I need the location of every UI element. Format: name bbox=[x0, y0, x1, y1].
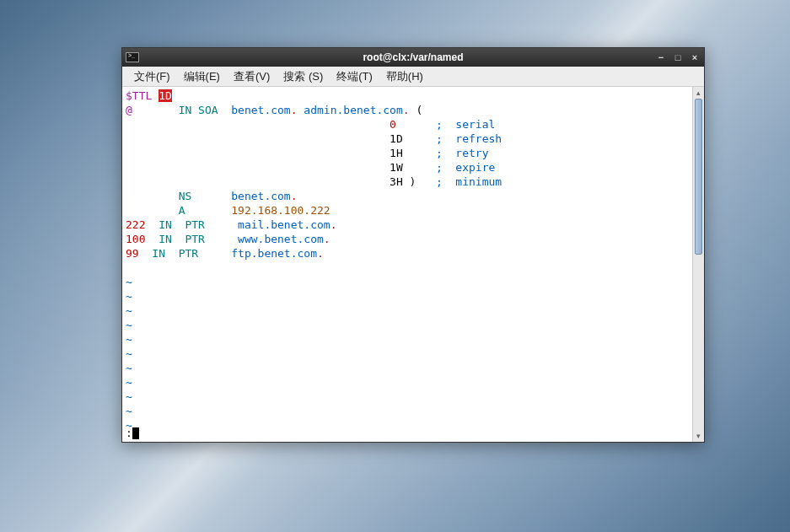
expire-value: 1W bbox=[390, 161, 403, 174]
ptr2-value: www.benet.com bbox=[238, 233, 324, 245]
ptr-num: 100 bbox=[126, 233, 145, 245]
menu-help[interactable]: 帮助(H) bbox=[379, 67, 430, 86]
close-paren: ) bbox=[403, 175, 436, 188]
dot: . bbox=[331, 218, 337, 231]
dot: . bbox=[403, 104, 410, 116]
dot: . bbox=[324, 233, 331, 245]
ptr-num: 222 bbox=[126, 218, 145, 231]
origin-at: @ bbox=[126, 104, 132, 116]
command-prompt: : bbox=[126, 427, 132, 439]
empty-line: ~ bbox=[126, 362, 132, 374]
type-a: A bbox=[179, 204, 185, 217]
soa-master: benet.com bbox=[231, 104, 290, 116]
soa-admin: admin.benet.com bbox=[304, 104, 402, 116]
empty-line: ~ bbox=[126, 319, 132, 331]
maximize-button[interactable]: □ bbox=[672, 51, 684, 63]
terminal-window: root@clx:/var/named − □ × 文件(F) 编辑(E) 查看… bbox=[121, 47, 705, 443]
menu-view[interactable]: 查看(V) bbox=[227, 67, 277, 86]
open-paren: ( bbox=[410, 104, 423, 116]
dot: . bbox=[291, 190, 298, 202]
close-button[interactable]: × bbox=[689, 51, 701, 63]
status-line: : bbox=[126, 426, 139, 440]
menu-terminal[interactable]: 终端(T) bbox=[330, 67, 379, 86]
ptr3-value: ftp.benet.com bbox=[231, 247, 317, 260]
a-value: 192.168.100.222 bbox=[231, 204, 330, 217]
type-soa: SOA bbox=[198, 104, 218, 116]
scrollbar-thumb[interactable] bbox=[695, 99, 702, 255]
empty-line: ~ bbox=[126, 347, 132, 360]
scrollbar[interactable]: ▴ ▾ bbox=[692, 87, 704, 442]
scroll-up-icon[interactable]: ▴ bbox=[693, 87, 704, 99]
ptr-num: 99 bbox=[126, 247, 145, 260]
refresh-comment: ; refresh bbox=[436, 132, 502, 145]
empty-line: ~ bbox=[126, 405, 132, 417]
refresh-value: 1D bbox=[390, 132, 403, 145]
menu-file[interactable]: 文件(F) bbox=[127, 67, 177, 86]
ttl-value: 1D bbox=[159, 89, 172, 102]
ns-value: benet.com bbox=[231, 190, 290, 202]
menu-search[interactable]: 搜索 (S) bbox=[277, 67, 330, 86]
type-ptr: PTR bbox=[185, 218, 204, 231]
minimum-value: 3H bbox=[390, 175, 403, 188]
dot: . bbox=[317, 247, 324, 260]
window-controls: − □ × bbox=[655, 51, 701, 63]
menu-edit[interactable]: 编辑(E) bbox=[177, 67, 227, 86]
class-in: IN bbox=[159, 233, 172, 245]
empty-line: ~ bbox=[126, 304, 132, 317]
dot: . bbox=[291, 104, 298, 116]
titlebar[interactable]: root@clx:/var/named − □ × bbox=[122, 48, 704, 67]
window-title: root@clx:/var/named bbox=[122, 51, 704, 63]
serial-comment: ; serial bbox=[436, 118, 495, 131]
serial-value: 0 bbox=[390, 118, 403, 131]
ttl-directive: $TTL bbox=[126, 89, 159, 102]
scroll-down-icon[interactable]: ▾ bbox=[693, 430, 704, 442]
class-in: IN bbox=[159, 218, 172, 231]
cursor bbox=[132, 427, 139, 439]
menubar: 文件(F) 编辑(E) 查看(V) 搜索 (S) 终端(T) 帮助(H) bbox=[122, 67, 704, 87]
empty-line: ~ bbox=[126, 290, 132, 303]
terminal-body: $TTL 1D @ IN SOA benet.com. admin.benet.… bbox=[122, 87, 704, 442]
class-in: IN bbox=[152, 247, 165, 260]
expire-comment: ; expire bbox=[436, 161, 495, 174]
editor-content[interactable]: $TTL 1D @ IN SOA benet.com. admin.benet.… bbox=[122, 87, 692, 442]
type-ptr: PTR bbox=[179, 247, 198, 260]
class-in: IN bbox=[179, 104, 192, 116]
empty-line: ~ bbox=[126, 333, 132, 346]
type-ptr: PTR bbox=[185, 233, 204, 245]
empty-line: ~ bbox=[126, 390, 132, 403]
retry-comment: ; retry bbox=[436, 147, 489, 159]
empty-line: ~ bbox=[126, 376, 132, 389]
minimize-button[interactable]: − bbox=[655, 51, 667, 63]
retry-value: 1H bbox=[390, 147, 403, 159]
ptr1-value: mail.benet.com bbox=[238, 218, 331, 231]
empty-line: ~ bbox=[126, 276, 132, 288]
minimum-comment: ; minimum bbox=[436, 175, 502, 188]
type-ns: NS bbox=[179, 190, 192, 202]
